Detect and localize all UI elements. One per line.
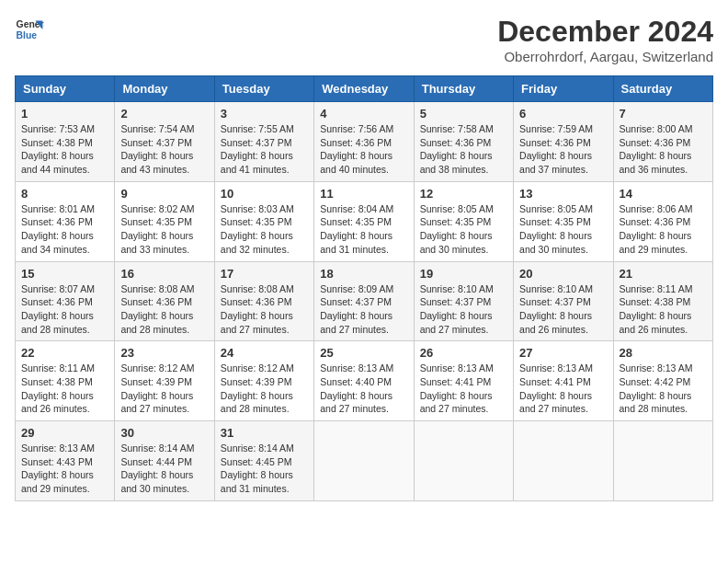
day-number: 8 [21,187,108,201]
calendar-cell [514,421,613,501]
day-number: 26 [420,346,507,360]
day-info: Sunrise: 8:13 AMSunset: 4:41 PMDaylight:… [519,362,607,416]
calendar-cell [314,421,414,501]
day-info: Sunrise: 7:59 AMSunset: 4:36 PMDaylight:… [519,122,607,177]
calendar-cell: 26Sunrise: 8:13 AMSunset: 4:41 PMDayligh… [414,341,513,421]
day-number: 10 [221,187,308,201]
calendar-week-row: 15Sunrise: 8:07 AMSunset: 4:36 PMDayligh… [16,261,713,341]
day-of-week-header: Sunday [16,76,115,102]
day-info: Sunrise: 8:12 AMSunset: 4:39 PMDaylight:… [221,362,308,416]
day-info: Sunrise: 8:13 AMSunset: 4:41 PMDaylight:… [420,362,507,416]
page-header: General Blue December 2024 Oberrohrdorf,… [15,15,713,64]
day-info: Sunrise: 8:01 AMSunset: 4:36 PMDaylight:… [21,202,108,257]
day-info: Sunrise: 8:14 AMSunset: 4:45 PMDaylight:… [221,442,308,496]
calendar-cell: 27Sunrise: 8:13 AMSunset: 4:41 PMDayligh… [514,341,613,421]
day-of-week-header: Wednesday [314,76,414,102]
day-info: Sunrise: 8:08 AMSunset: 4:36 PMDaylight:… [120,282,208,337]
day-info: Sunrise: 8:04 AMSunset: 4:35 PMDaylight:… [320,202,407,257]
day-info: Sunrise: 8:11 AMSunset: 4:38 PMDaylight:… [21,362,108,416]
title-area: December 2024 Oberrohrdorf, Aargau, Swit… [497,15,713,64]
day-info: Sunrise: 8:13 AMSunset: 4:40 PMDaylight:… [320,362,407,416]
day-number: 15 [21,267,108,281]
calendar-cell [414,421,513,501]
calendar-cell: 23Sunrise: 8:12 AMSunset: 4:39 PMDayligh… [115,341,214,421]
calendar-cell: 7Sunrise: 8:00 AMSunset: 4:36 PMDaylight… [613,102,712,182]
day-number: 18 [320,267,407,281]
day-info: Sunrise: 8:06 AMSunset: 4:36 PMDaylight:… [620,202,707,257]
calendar-cell: 31Sunrise: 8:14 AMSunset: 4:45 PMDayligh… [214,421,313,501]
day-info: Sunrise: 8:05 AMSunset: 4:35 PMDaylight:… [519,202,607,257]
day-number: 23 [120,346,208,360]
calendar-cell: 2Sunrise: 7:54 AMSunset: 4:37 PMDaylight… [115,102,214,182]
logo-icon: General Blue [15,15,44,44]
day-info: Sunrise: 7:56 AMSunset: 4:36 PMDaylight:… [320,122,407,177]
day-info: Sunrise: 7:53 AMSunset: 4:38 PMDaylight:… [21,122,108,177]
day-number: 24 [221,346,308,360]
day-number: 22 [21,346,108,360]
day-info: Sunrise: 8:08 AMSunset: 4:36 PMDaylight:… [221,282,308,337]
calendar-cell: 30Sunrise: 8:14 AMSunset: 4:44 PMDayligh… [115,421,214,501]
calendar-cell: 16Sunrise: 8:08 AMSunset: 4:36 PMDayligh… [115,261,214,341]
calendar-header-row: SundayMondayTuesdayWednesdayThursdayFrid… [16,76,713,102]
day-number: 21 [620,267,707,281]
calendar-cell: 5Sunrise: 7:58 AMSunset: 4:36 PMDaylight… [414,102,513,182]
calendar-cell: 21Sunrise: 8:11 AMSunset: 4:38 PMDayligh… [613,261,712,341]
day-info: Sunrise: 8:10 AMSunset: 4:37 PMDaylight:… [519,282,607,337]
day-number: 20 [519,267,607,281]
calendar-week-row: 8Sunrise: 8:01 AMSunset: 4:36 PMDaylight… [16,181,713,261]
day-number: 9 [120,187,208,201]
day-of-week-header: Saturday [613,76,712,102]
day-number: 29 [21,426,108,440]
day-info: Sunrise: 7:58 AMSunset: 4:36 PMDaylight:… [420,122,507,177]
day-info: Sunrise: 7:55 AMSunset: 4:37 PMDaylight:… [221,122,308,177]
calendar-cell: 8Sunrise: 8:01 AMSunset: 4:36 PMDaylight… [16,181,115,261]
day-number: 25 [320,346,407,360]
calendar-cell: 11Sunrise: 8:04 AMSunset: 4:35 PMDayligh… [314,181,414,261]
day-of-week-header: Monday [115,76,214,102]
calendar-cell: 9Sunrise: 8:02 AMSunset: 4:35 PMDaylight… [115,181,214,261]
day-info: Sunrise: 8:05 AMSunset: 4:35 PMDaylight:… [420,202,507,257]
day-info: Sunrise: 7:54 AMSunset: 4:37 PMDaylight:… [120,122,208,177]
calendar-week-row: 29Sunrise: 8:13 AMSunset: 4:43 PMDayligh… [16,421,713,501]
day-number: 11 [320,187,407,201]
day-number: 28 [620,346,707,360]
calendar-cell: 29Sunrise: 8:13 AMSunset: 4:43 PMDayligh… [16,421,115,501]
calendar-cell: 6Sunrise: 7:59 AMSunset: 4:36 PMDaylight… [514,102,613,182]
day-number: 16 [120,267,208,281]
day-number: 7 [620,107,707,121]
day-info: Sunrise: 8:07 AMSunset: 4:36 PMDaylight:… [21,282,108,337]
calendar-cell: 22Sunrise: 8:11 AMSunset: 4:38 PMDayligh… [16,341,115,421]
day-info: Sunrise: 8:10 AMSunset: 4:37 PMDaylight:… [420,282,507,337]
calendar-week-row: 22Sunrise: 8:11 AMSunset: 4:38 PMDayligh… [16,341,713,421]
calendar-cell: 17Sunrise: 8:08 AMSunset: 4:36 PMDayligh… [214,261,313,341]
day-info: Sunrise: 8:12 AMSunset: 4:39 PMDaylight:… [120,362,208,416]
calendar-cell: 24Sunrise: 8:12 AMSunset: 4:39 PMDayligh… [214,341,313,421]
day-number: 6 [519,107,607,121]
day-number: 19 [420,267,507,281]
calendar-table: SundayMondayTuesdayWednesdayThursdayFrid… [15,75,713,501]
day-number: 17 [221,267,308,281]
day-number: 4 [320,107,407,121]
calendar-cell: 12Sunrise: 8:05 AMSunset: 4:35 PMDayligh… [414,181,513,261]
day-of-week-header: Friday [514,76,613,102]
day-info: Sunrise: 8:02 AMSunset: 4:35 PMDaylight:… [120,202,208,257]
day-number: 1 [21,107,108,121]
day-number: 13 [519,187,607,201]
location: Oberrohrdorf, Aargau, Switzerland [497,49,713,64]
day-info: Sunrise: 8:11 AMSunset: 4:38 PMDaylight:… [620,282,707,337]
day-number: 30 [120,426,208,440]
day-of-week-header: Thursday [414,76,513,102]
calendar-cell: 3Sunrise: 7:55 AMSunset: 4:37 PMDaylight… [214,102,313,182]
calendar-cell: 18Sunrise: 8:09 AMSunset: 4:37 PMDayligh… [314,261,414,341]
day-number: 2 [120,107,208,121]
day-info: Sunrise: 8:00 AMSunset: 4:36 PMDaylight:… [620,122,707,177]
day-info: Sunrise: 8:14 AMSunset: 4:44 PMDaylight:… [120,442,208,496]
calendar-cell: 20Sunrise: 8:10 AMSunset: 4:37 PMDayligh… [514,261,613,341]
day-number: 14 [620,187,707,201]
day-info: Sunrise: 8:13 AMSunset: 4:42 PMDaylight:… [620,362,707,416]
calendar-cell: 10Sunrise: 8:03 AMSunset: 4:35 PMDayligh… [214,181,313,261]
calendar-cell: 14Sunrise: 8:06 AMSunset: 4:36 PMDayligh… [613,181,712,261]
calendar-week-row: 1Sunrise: 7:53 AMSunset: 4:38 PMDaylight… [16,102,713,182]
day-number: 31 [221,426,308,440]
svg-text:Blue: Blue [17,30,38,40]
